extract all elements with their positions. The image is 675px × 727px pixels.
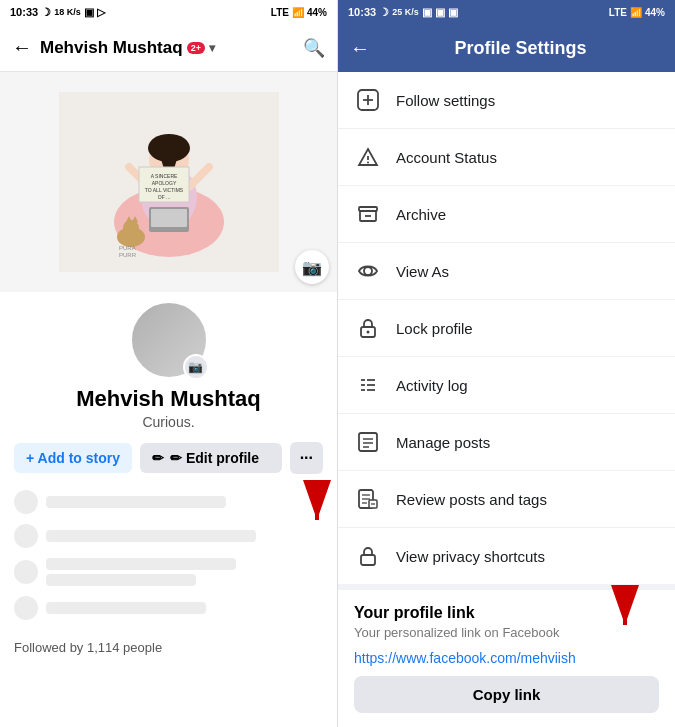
back-button-left[interactable]: ← xyxy=(12,36,32,59)
back-button-right[interactable]: ← xyxy=(350,37,370,60)
review-posts-label: Review posts and tags xyxy=(396,491,547,508)
blurred-text-1 xyxy=(46,496,226,508)
menu-item-archive[interactable]: Archive xyxy=(338,186,675,243)
manage-posts-icon xyxy=(354,428,382,456)
profile-name-title: Mehvish Mushtaq xyxy=(40,38,183,58)
right-panel: 10:33 ☽ 25 K/s ▣ ▣ ▣ LTE 📶 44% ← Profile… xyxy=(337,0,675,727)
profile-name: Mehvish Mushtaq xyxy=(76,386,261,412)
more-button[interactable]: ··· xyxy=(290,442,323,474)
copy-link-button[interactable]: Copy link xyxy=(354,676,659,713)
activity-log-label: Activity log xyxy=(396,377,468,394)
sim-icon: ▣ xyxy=(84,6,94,19)
archive-label: Archive xyxy=(396,206,446,223)
view-privacy-icon xyxy=(354,542,382,570)
profile-link-url: https://www.facebook.com/mehviish xyxy=(354,650,659,666)
blurred-icon-4 xyxy=(14,596,38,620)
view-as-label: View As xyxy=(396,263,449,280)
right-status-left: 10:33 ☽ 25 K/s ▣ ▣ ▣ xyxy=(348,6,458,19)
left-panel: 10:33 ☽ 18 K/s ▣ ▷ LTE 📶 44% ← Mehvish M… xyxy=(0,0,337,727)
cover-illustration: A SINCERE APOLOGY TO ALL VICTIMS OF ... … xyxy=(0,72,337,292)
activity-log-icon xyxy=(354,371,382,399)
profile-actions: + Add to story ✏ ✏ Edit profile ··· xyxy=(0,430,337,482)
svg-text:PURA: PURA xyxy=(119,245,136,251)
status-bar-right: LTE 📶 44% xyxy=(271,7,327,18)
edit-profile-label: ✏ Edit profile xyxy=(170,450,259,466)
profile-link-text[interactable]: https://www.facebook.com/mehviish xyxy=(354,650,576,666)
avatar-camera-button[interactable]: 📷 xyxy=(183,354,209,380)
blurred-row-2 xyxy=(14,524,323,548)
add-to-story-button[interactable]: + Add to story xyxy=(14,443,132,473)
blurred-text-3a xyxy=(46,558,236,570)
blurred-text-2 xyxy=(46,530,256,542)
cover-photo: A SINCERE APOLOGY TO ALL VICTIMS OF ... … xyxy=(0,72,337,292)
blurred-icon-3 xyxy=(14,560,38,584)
follow-settings-icon xyxy=(354,86,382,114)
svg-point-16 xyxy=(123,220,139,236)
blurred-text-4 xyxy=(46,602,206,614)
svg-text:TO ALL VICTIMS: TO ALL VICTIMS xyxy=(144,187,183,193)
lock-profile-label: Lock profile xyxy=(396,320,473,337)
chevron-down-icon[interactable]: ▾ xyxy=(209,41,215,55)
avatar-wrapper: 📷 xyxy=(129,300,209,380)
menu-item-lock-profile[interactable]: Lock profile xyxy=(338,300,675,357)
menu-item-view-privacy[interactable]: View privacy shortcuts xyxy=(338,528,675,584)
svg-point-27 xyxy=(367,162,369,164)
right-status-bar: 10:33 ☽ 25 K/s ▣ ▣ ▣ LTE 📶 44% xyxy=(338,0,675,24)
lte-left: LTE xyxy=(271,7,289,18)
search-icon-top[interactable]: 🔍 xyxy=(303,37,325,59)
archive-icon xyxy=(354,200,382,228)
account-status-label: Account Status xyxy=(396,149,497,166)
account-status-icon xyxy=(354,143,382,171)
data-icon: 18 K/s xyxy=(54,7,81,17)
moon-icon: ☽ xyxy=(41,6,51,19)
right-top-bar: ← Profile Settings xyxy=(338,24,675,72)
blurred-info-section xyxy=(0,482,337,628)
profile-title-bar: Mehvish Mushtaq 2+ ▾ xyxy=(40,38,295,58)
right-status-right: LTE 📶 44% xyxy=(609,7,665,18)
battery-right: 44% xyxy=(645,7,665,18)
profile-bio: Curious. xyxy=(142,414,194,430)
profile-info-section: 📷 Mehvish Mushtaq Curious. xyxy=(0,300,337,430)
signal-icon-right: 📶 xyxy=(630,7,642,18)
blurred-icon-2 xyxy=(14,524,38,548)
notification-badge: 2+ xyxy=(187,42,205,54)
cover-camera-button[interactable]: 📷 xyxy=(295,250,329,284)
lte-right: LTE xyxy=(609,7,627,18)
profile-link-title: Your profile link xyxy=(354,604,659,622)
moon-icon-right: ☽ xyxy=(379,6,389,19)
blurred-icon-1 xyxy=(14,490,38,514)
status-bar-left: 10:33 ☽ 18 K/s ▣ ▷ xyxy=(10,6,105,19)
menu-item-account-status[interactable]: Account Status xyxy=(338,129,675,186)
time-right: 10:33 xyxy=(348,6,376,18)
left-top-bar: ← Mehvish Mushtaq 2+ ▾ 🔍 xyxy=(0,24,337,72)
menu-item-activity-log[interactable]: Activity log xyxy=(338,357,675,414)
svg-text:APOLOGY: APOLOGY xyxy=(151,180,176,186)
menu-item-manage-posts[interactable]: Manage posts xyxy=(338,414,675,471)
svg-point-33 xyxy=(367,331,370,334)
profile-link-description: Your personalized link on Facebook xyxy=(354,625,659,640)
data-icon-right: 25 K/s xyxy=(392,7,419,17)
menu-item-review-posts[interactable]: Review posts and tags xyxy=(338,471,675,528)
menu-item-view-as[interactable]: View As xyxy=(338,243,675,300)
blurred-row-4 xyxy=(14,596,323,620)
battery-left: 44% xyxy=(307,7,327,18)
view-as-icon xyxy=(354,257,382,285)
lock-profile-icon xyxy=(354,314,382,342)
follow-settings-label: Follow settings xyxy=(396,92,495,109)
profile-link-section: Your profile link Your personalized link… xyxy=(338,584,675,727)
svg-text:A SINCERE: A SINCERE xyxy=(150,173,177,179)
blurred-row-1 xyxy=(14,490,323,514)
edit-icon: ✏ xyxy=(152,450,164,466)
time-left: 10:33 xyxy=(10,6,38,18)
sim-icons-right: ▣ ▣ ▣ xyxy=(422,6,458,19)
edit-profile-button[interactable]: ✏ ✏ Edit profile xyxy=(140,443,282,473)
menu-item-follow-settings[interactable]: Follow settings xyxy=(338,72,675,129)
signal-icon-left: 📶 xyxy=(292,7,304,18)
svg-point-31 xyxy=(364,267,372,275)
svg-text:PURR: PURR xyxy=(119,252,137,258)
svg-text:OF ...: OF ... xyxy=(157,194,170,200)
blurred-text-3b xyxy=(46,574,196,586)
svg-rect-40 xyxy=(359,433,377,451)
cover-svg: A SINCERE APOLOGY TO ALL VICTIMS OF ... … xyxy=(59,92,279,272)
rec-icon: ▷ xyxy=(97,6,105,19)
